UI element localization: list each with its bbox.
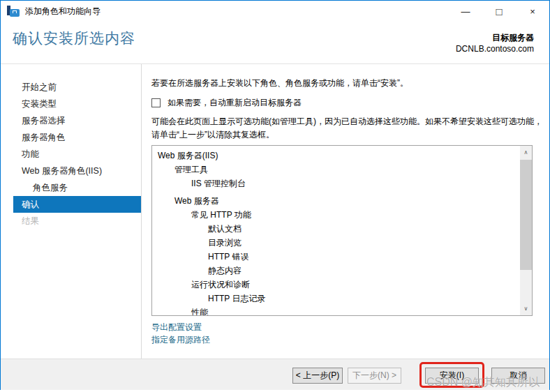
scrollbar-thumb[interactable] — [520, 160, 532, 270]
window-controls: — □ × — [449, 1, 549, 22]
nav-item-features[interactable]: 功能 — [1, 146, 141, 163]
cancel-button[interactable]: 取消 — [491, 368, 545, 384]
tree-item: IIS 管理控制台 — [156, 176, 518, 190]
tree-item: 运行状况和诊断 — [156, 278, 518, 292]
links-block: 导出配置设置 指定备用源路径 — [151, 321, 542, 346]
tree-item: Web 服务器 — [156, 194, 518, 208]
intro-text: 若要在所选服务器上安装以下角色、角色服务或功能，请单击“安装”。 — [151, 78, 542, 88]
optional-features-note: 可能会在此页面上显示可选功能(如管理工具)，因为已自动选择这些功能。如果不希望安… — [151, 115, 542, 142]
tree-item: 管理工具 — [156, 163, 518, 176]
wizard-nav: 开始之前 安装类型 服务器选择 服务器角色 功能 Web 服务器角色(IIS) … — [1, 64, 142, 359]
wizard-body: 开始之前 安装类型 服务器选择 服务器角色 功能 Web 服务器角色(IIS) … — [1, 63, 549, 359]
restart-option-row: 如果需要，自动重新启动目标服务器 — [151, 97, 542, 109]
wizard-footer: < 上一步(P) 下一步(N) > 安装(I) 取消 — [1, 359, 549, 390]
minimize-button[interactable]: — — [449, 1, 482, 22]
target-server-block: 目标服务器 DCNLB.contoso.com — [456, 32, 534, 54]
window-title: 添加角色和功能向导 — [25, 6, 101, 17]
scrollbar-up-icon[interactable]: ∧ — [520, 146, 532, 158]
nav-item-results: 结果 — [1, 213, 141, 229]
wizard-window: 添加角色和功能向导 — □ × 确认安装所选内容 目标服务器 DCNLB.con… — [0, 0, 550, 390]
restart-checkbox[interactable] — [151, 98, 161, 107]
tree-item: Web 服务器(IIS) — [156, 149, 518, 163]
alternate-source-path-link[interactable]: 指定备用源路径 — [151, 333, 210, 346]
titlebar: 添加角色和功能向导 — □ × — [1, 1, 549, 22]
listbox-scrollbar[interactable]: ∧ ∨ — [520, 146, 532, 315]
close-button[interactable]: × — [516, 1, 549, 22]
nav-item-installation-type[interactable]: 安装类型 — [1, 96, 141, 112]
nav-item-role-services[interactable]: 角色服务 — [1, 179, 141, 196]
next-button: 下一步(N) > — [348, 368, 401, 384]
target-server-label: 目标服务器 — [456, 32, 534, 43]
page-title: 确认安装所选内容 — [13, 29, 135, 48]
restart-checkbox-label: 如果需要，自动重新启动目标服务器 — [168, 97, 302, 109]
maximize-button[interactable]: □ — [482, 1, 516, 22]
tree-item: 静态内容 — [156, 264, 518, 278]
target-server-name: DCNLB.contoso.com — [456, 43, 534, 54]
tree-item: HTTP 日志记录 — [156, 292, 518, 306]
nav-item-confirmation[interactable]: 确认 — [13, 196, 141, 213]
export-configuration-link[interactable]: 导出配置设置 — [151, 321, 202, 333]
nav-item-server-selection[interactable]: 服务器选择 — [1, 112, 141, 129]
previous-button[interactable]: < 上一步(P) — [292, 368, 343, 384]
nav-item-web-server-role[interactable]: Web 服务器角色(IIS) — [1, 163, 141, 179]
wizard-app-icon — [7, 6, 20, 17]
tree-item: 默认文档 — [156, 222, 518, 236]
tree-item: HTTP 错误 — [156, 250, 518, 264]
install-button[interactable]: 安装(I) — [425, 368, 479, 384]
confirmation-panel: 若要在所选服务器上安装以下角色、角色服务或功能，请单击“安装”。 如果需要，自动… — [142, 64, 549, 359]
tree-item: 常见 HTTP 功能 — [156, 208, 518, 222]
nav-item-before-you-begin[interactable]: 开始之前 — [1, 79, 141, 96]
nav-item-server-roles[interactable]: 服务器角色 — [1, 129, 141, 146]
tree-item: 目录浏览 — [156, 236, 518, 250]
tree-item: 性能 — [156, 306, 518, 316]
selection-listbox: Web 服务器(IIS) 管理工具 IIS 管理控制台 Web 服务器 常见 H… — [151, 145, 533, 316]
scrollbar-down-icon[interactable]: ∨ — [520, 303, 532, 315]
wizard-header: 确认安装所选内容 目标服务器 DCNLB.contoso.com — [1, 22, 549, 63]
